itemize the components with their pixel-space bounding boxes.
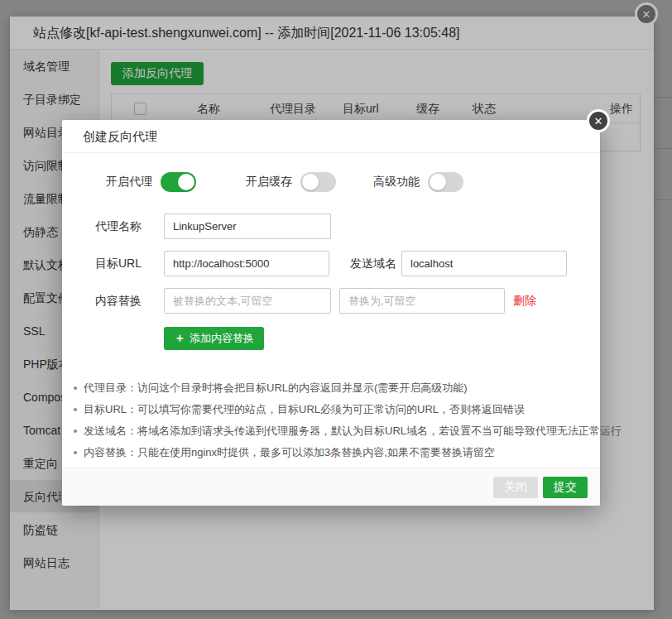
send-domain-input[interactable]	[401, 251, 567, 276]
create-proxy-dialog: 创建反向代理 开启代理 开启缓存 高级功能 代理名称 目标URL 发送域名	[62, 120, 600, 506]
advanced-toggle[interactable]	[428, 172, 463, 192]
target-url-input[interactable]	[164, 251, 329, 276]
create-proxy-close-button[interactable]: ✕	[587, 109, 610, 132]
toggle-row: 开启代理 开启缓存 高级功能	[106, 172, 567, 192]
advanced-group: 高级功能	[373, 172, 463, 192]
create-proxy-footer: 关闭 提交	[62, 468, 600, 506]
target-url-row: 目标URL 发送域名	[95, 251, 567, 276]
enable-proxy-group: 开启代理	[106, 172, 196, 192]
tip-target-url: 目标URL：可以填写你需要代理的站点，目标URL必须为可正常访问的URL，否则将…	[73, 399, 567, 420]
close-icon: ✕	[594, 116, 603, 127]
target-url-label: 目标URL	[95, 257, 164, 271]
enable-cache-label: 开启缓存	[246, 175, 292, 190]
add-replace-label: 添加内容替换	[190, 331, 254, 346]
add-replace-button[interactable]: ＋ 添加内容替换	[164, 327, 264, 350]
replace-to-input[interactable]	[339, 288, 505, 314]
submit-button[interactable]: 提交	[543, 477, 588, 498]
send-domain-label: 发送域名	[350, 257, 401, 271]
enable-proxy-toggle[interactable]	[161, 172, 196, 192]
toggle-knob	[302, 174, 319, 190]
proxy-name-input[interactable]	[164, 214, 331, 239]
advanced-label: 高级功能	[373, 175, 420, 190]
toggle-knob	[178, 174, 194, 190]
toggle-knob	[430, 174, 446, 190]
help-tips: 代理目录：访问这个目录时将会把目标URL的内容返回并显示(需要开启高级功能) 目…	[73, 377, 567, 463]
create-proxy-form: 开启代理 开启缓存 高级功能 代理名称 目标URL 发送域名 内容替换	[62, 153, 600, 463]
content-replace-label: 内容替换	[95, 294, 164, 309]
plus-icon: ＋	[174, 331, 185, 346]
tip-replace: 内容替换：只能在使用nginx时提供，最多可以添加3条替换内容,如果不需要替换请…	[73, 442, 567, 463]
proxy-name-label: 代理名称	[95, 219, 164, 234]
replace-from-input[interactable]	[164, 288, 331, 314]
content-replace-row: 内容替换 删除	[95, 288, 567, 314]
create-proxy-title: 创建反向代理	[62, 120, 600, 153]
tip-proxy-dir: 代理目录：访问这个目录时将会把目标URL的内容返回并显示(需要开启高级功能)	[73, 377, 567, 399]
delete-replace-link[interactable]: 删除	[513, 294, 536, 309]
proxy-name-row: 代理名称	[95, 214, 567, 239]
close-button[interactable]: 关闭	[493, 477, 538, 498]
enable-proxy-label: 开启代理	[106, 175, 152, 190]
enable-cache-toggle[interactable]	[300, 172, 336, 192]
tip-send-domain: 发送域名：将域名添加到请求头传递到代理服务器，默认为目标URL域名，若设置不当可…	[73, 420, 567, 442]
enable-cache-group: 开启缓存	[246, 172, 336, 192]
